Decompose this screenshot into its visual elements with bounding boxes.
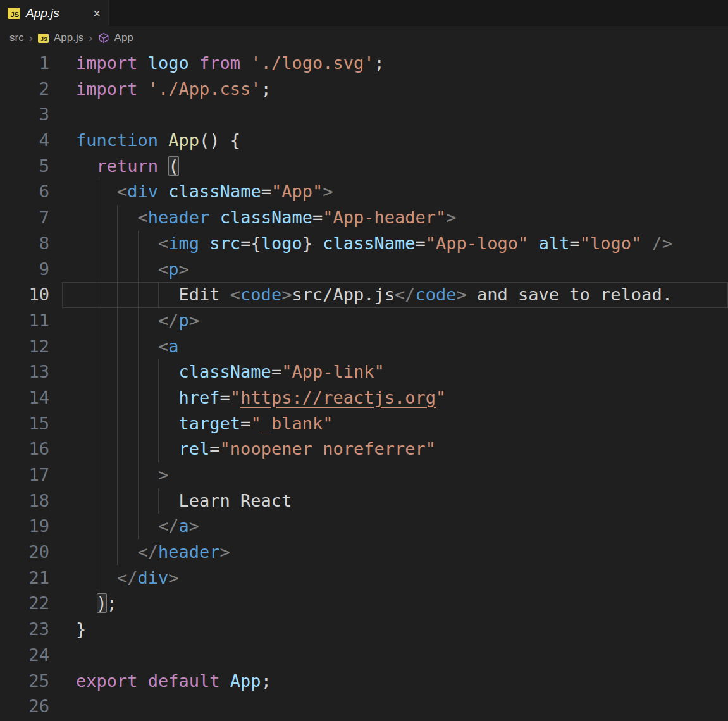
line-number[interactable]: 8 [0,231,49,257]
line-number[interactable]: 22 [0,591,49,617]
code-line-text[interactable] [62,102,728,128]
code-line[interactable]: 2import './App.css'; [0,77,728,102]
indent-guide [117,282,118,308]
code-line-text[interactable]: Edit <code>src/App.js</code> and save to… [62,282,728,308]
code-line-text[interactable]: rel="noopener noreferrer" [62,436,728,462]
indent-guide [97,282,97,308]
code-line[interactable]: 12 <a [0,334,728,360]
indent-guide [138,514,139,539]
tab-title: App.js [26,6,59,20]
indent-guide [117,308,118,334]
code-line[interactable]: 19 </a> [0,514,728,539]
code-line-text[interactable]: </a> [62,514,728,539]
line-number[interactable]: 17 [0,462,49,488]
code-line-text[interactable]: > [62,462,728,488]
line-number[interactable]: 1 [0,51,49,77]
code-line[interactable]: 14 href="https://reactjs.org" [0,385,728,411]
line-number[interactable]: 10 [0,282,49,308]
code-line[interactable]: 10 Edit <code>src/App.js</code> and save… [0,282,728,308]
code-line[interactable]: 4function App() { [0,128,728,154]
code-line-text[interactable]: </div> [62,565,728,591]
bracket-match: ( [168,156,178,176]
url-link[interactable]: https://reactjs.org [240,388,436,407]
code-line[interactable]: 26 [0,694,728,720]
code-line[interactable]: 24 [0,643,728,669]
line-number[interactable]: 19 [0,514,49,539]
code-line-text[interactable]: </header> [62,539,728,565]
code-line-text[interactable]: return ( [62,154,728,180]
code-line[interactable]: 13 className="App-link" [0,359,728,385]
code-line-text[interactable]: href="https://reactjs.org" [62,385,728,411]
code-line[interactable]: 5 return ( [0,154,728,180]
code-line-text[interactable]: Learn React [62,488,728,514]
code-line-text[interactable]: function App() { [62,128,728,154]
breadcrumb-app[interactable]: App [114,32,133,44]
line-number[interactable]: 7 [0,205,49,231]
code-line[interactable]: 8 <img src={logo} className="App-logo" a… [0,231,728,257]
close-tab-icon[interactable]: × [93,7,101,20]
code-line-text[interactable]: import logo from './logo.svg'; [62,51,728,77]
code-line-text[interactable]: export default App; [62,669,728,694]
code-line-text[interactable]: <p> [62,257,728,283]
code-line[interactable]: 1import logo from './logo.svg'; [0,51,728,77]
code-line[interactable]: 25export default App; [0,669,728,694]
line-number[interactable]: 14 [0,385,49,411]
code-line-text[interactable]: } [62,617,728,643]
line-number[interactable]: 23 [0,617,49,643]
chevron-right-icon: › [89,31,92,45]
code-line[interactable]: 6 <div className="App"> [0,179,728,205]
line-number[interactable]: 15 [0,411,49,437]
line-number[interactable]: 3 [0,102,49,128]
line-number[interactable]: 13 [0,359,49,385]
line-number[interactable]: 26 [0,694,49,720]
indent-guide [97,488,97,514]
tab-appjs[interactable]: JS App.js × [0,0,109,26]
line-number[interactable]: 5 [0,154,49,180]
indent-guide [97,436,97,462]
line-number[interactable]: 11 [0,308,49,334]
code-line[interactable]: 17 > [0,462,728,488]
breadcrumb-src[interactable]: src [9,32,24,44]
code-line-text[interactable]: <header className="App-header"> [62,205,728,231]
breadcrumb-appjs[interactable]: App.js [54,32,83,44]
code-line-text[interactable]: <div className="App"> [62,179,728,205]
line-number[interactable]: 9 [0,257,49,283]
code-line-text[interactable]: className="App-link" [62,359,728,385]
line-number[interactable]: 21 [0,565,49,591]
code-line-text[interactable]: ); [62,591,728,617]
code-line-text[interactable]: <a [62,334,728,360]
indent-guide [117,436,118,462]
code-line[interactable]: 11 </p> [0,308,728,334]
line-number[interactable]: 18 [0,488,49,514]
code-line[interactable]: 18 Learn React [0,488,728,514]
line-number[interactable]: 16 [0,436,49,462]
code-line-text[interactable]: <img src={logo} className="App-logo" alt… [62,231,728,257]
indent-guide [138,462,139,488]
code-line[interactable]: 9 <p> [0,257,728,283]
code-line[interactable]: 15 target="_blank" [0,411,728,437]
indent-guide [97,514,97,539]
code-line[interactable]: 22 ); [0,591,728,617]
code-line-text[interactable]: target="_blank" [62,411,728,437]
line-number[interactable]: 24 [0,643,49,669]
code-line-text[interactable] [62,643,728,669]
code-area[interactable]: 1import logo from './logo.svg';2import '… [0,50,728,720]
line-number[interactable]: 2 [0,77,49,102]
code-line[interactable]: 21 </div> [0,565,728,591]
line-number[interactable]: 6 [0,179,49,205]
code-line-text[interactable]: </p> [62,308,728,334]
code-line[interactable]: 23} [0,617,728,643]
code-line[interactable]: 7 <header className="App-header"> [0,205,728,231]
code-line-text[interactable]: import './App.css'; [62,77,728,102]
indent-guide [117,385,118,411]
indent-guide [117,231,118,257]
code-line-text[interactable] [62,694,728,720]
line-number[interactable]: 25 [0,669,49,694]
line-number[interactable]: 20 [0,539,49,565]
line-number[interactable]: 12 [0,334,49,360]
line-number[interactable]: 4 [0,128,49,154]
code-line[interactable]: 20 </header> [0,539,728,565]
code-line[interactable]: 16 rel="noopener noreferrer" [0,436,728,462]
indent-guide [138,334,139,360]
code-line[interactable]: 3 [0,102,728,128]
